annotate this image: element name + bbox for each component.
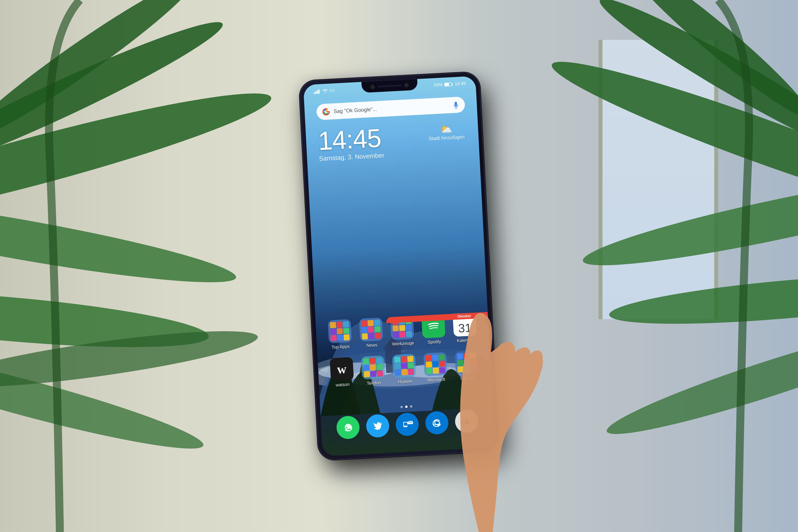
svg-point-8 [579,158,798,280]
plant-right [519,0,798,532]
clock-time: 14:45 [318,125,384,154]
app-item-telefon[interactable]: Telefon [361,355,385,386]
front-camera [370,84,375,89]
app-item-top-apps[interactable]: Top Apps [328,319,352,350]
battery-icon [444,81,453,87]
weather-icon: ⛅ [428,122,464,136]
weather-widget[interactable]: ⛅ Stadt hinzufügen [428,122,464,141]
wifi-icon [322,88,328,93]
google-logo [321,107,331,116]
plant-left [0,0,319,532]
status-time: 14:45 [455,81,466,87]
battery-percent: 63% [434,82,443,88]
app-label-watson: watson [336,382,350,387]
svg-rect-27 [444,83,449,86]
app-item-news[interactable]: News [359,317,383,348]
dock-twitter[interactable] [366,414,390,438]
svg-rect-26 [452,83,453,85]
whatsapp-icon-svg [341,420,355,434]
hand-svg [399,253,558,532]
speaker [378,84,402,87]
sensor [404,83,408,87]
search-placeholder: Sag "Ok Google"... [334,102,449,114]
data-indicator: K/s [329,88,335,93]
app-label-top-apps: Top Apps [331,344,350,350]
app-label-telefon: Telefon [367,380,381,386]
twitter-icon-svg [371,419,384,433]
dock-whatsapp[interactable] [336,415,360,439]
mic-icon[interactable] [452,100,460,109]
clock-widget: 14:45 Samstag, 3. November [318,125,384,163]
svg-point-10 [607,265,798,334]
status-right: 63% 14:45 [434,81,466,88]
svg-point-12 [601,310,798,448]
app-label-news: News [366,342,377,348]
app-item-watson[interactable]: w watson [330,357,354,388]
svg-point-1 [0,182,240,297]
